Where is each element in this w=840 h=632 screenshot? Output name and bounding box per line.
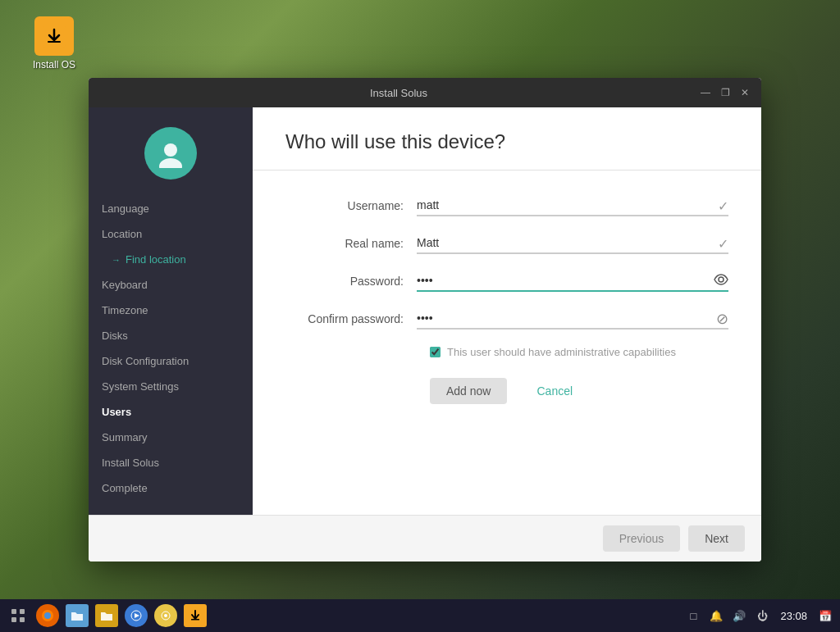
svg-rect-8 [20, 609, 25, 614]
realname-check-icon: ✓ [718, 236, 728, 252]
svg-rect-10 [20, 617, 25, 622]
realname-input[interactable] [417, 233, 728, 254]
username-input[interactable] [417, 195, 728, 216]
taskbar-media-icon[interactable] [125, 604, 148, 627]
add-now-button[interactable]: Add now [430, 378, 507, 404]
sidebar-item-location[interactable]: Location [89, 221, 253, 247]
confirm-clear-icon[interactable]: ⊘ [716, 310, 728, 328]
close-button[interactable]: ✕ [738, 86, 751, 99]
username-check-icon: ✓ [718, 198, 728, 214]
confirm-input[interactable] [417, 308, 728, 330]
sidebar-nav: Language Location → Find location Keyboa… [89, 196, 253, 501]
main-content: Who will use this device? Username: ✓ Re… [253, 107, 761, 515]
password-field [417, 271, 728, 292]
svg-rect-17 [191, 619, 199, 621]
cancel-button[interactable]: Cancel [520, 378, 589, 404]
taskbar-install-icon[interactable] [184, 604, 207, 627]
taskbar-calendar-icon[interactable]: 📅 [817, 607, 833, 624]
svg-point-6 [719, 277, 724, 282]
password-row: Password: [285, 271, 728, 292]
sidebar-bottom: Solus Budgie [89, 501, 253, 515]
taskbar-thunar-icon[interactable] [95, 604, 118, 627]
form-action-buttons: Add now Cancel [430, 378, 728, 404]
sidebar-item-install-solus[interactable]: Install Solus [89, 450, 253, 475]
sidebar-item-summary[interactable]: Summary [89, 425, 253, 450]
sidebar-item-complete[interactable]: Complete [89, 475, 253, 501]
taskbar-volume-icon[interactable]: 🔊 [731, 607, 747, 624]
svg-point-3 [159, 158, 182, 168]
svg-point-16 [164, 614, 167, 617]
realname-field: ✓ [417, 233, 728, 254]
taskbar-files-icon[interactable] [66, 604, 89, 627]
window-title: Install Solus [98, 87, 699, 99]
svg-point-12 [44, 612, 51, 619]
taskbar-power-icon[interactable]: ⏻ [754, 607, 770, 624]
next-button[interactable]: Next [688, 525, 745, 552]
install-os-icon [34, 16, 74, 56]
username-label: Username: [285, 199, 417, 212]
desktop: Install OS Install Solus — ❐ ✕ [0, 0, 840, 632]
confirm-password-row: Confirm password: ⊘ [285, 308, 728, 330]
minimize-button[interactable]: — [699, 86, 712, 99]
titlebar: Install Solus — ❐ ✕ [89, 78, 761, 107]
username-field: ✓ [417, 195, 728, 216]
install-window: Install Solus — ❐ ✕ [89, 78, 761, 562]
realname-row: Real name: ✓ [285, 233, 728, 254]
previous-button[interactable]: Previous [603, 525, 680, 552]
admin-checkbox-label: This user should have administrative cap… [447, 346, 676, 358]
username-row: Username: ✓ [285, 195, 728, 216]
password-input[interactable] [417, 271, 728, 292]
taskbar-grid-icon[interactable] [7, 604, 30, 627]
sidebar-item-disk-configuration[interactable]: Disk Configuration [89, 348, 253, 374]
sidebar-item-keyboard[interactable]: Keyboard [89, 272, 253, 298]
user-avatar-area [89, 107, 253, 196]
confirm-field: ⊘ [417, 308, 728, 330]
taskbar: □ 🔔 🔊 ⏻ 23:08 📅 [0, 599, 840, 632]
page-header: Who will use this device? [253, 107, 761, 171]
svg-rect-7 [11, 609, 16, 614]
taskbar-left [7, 604, 207, 627]
taskbar-display-icon[interactable]: □ [685, 607, 701, 624]
maximize-button[interactable]: ❐ [719, 86, 732, 99]
taskbar-audio-icon[interactable] [154, 604, 177, 627]
svg-rect-1 [48, 41, 61, 43]
page-title: Who will use this device? [285, 130, 728, 153]
sidebar-item-system-settings[interactable]: System Settings [89, 374, 253, 399]
sidebar-item-users[interactable]: Users [89, 399, 253, 425]
taskbar-clock: 23:08 [777, 607, 810, 624]
admin-checkbox-row: This user should have administrative cap… [430, 346, 728, 358]
avatar [144, 127, 197, 180]
sidebar-item-timezone[interactable]: Timezone [89, 298, 253, 323]
password-label: Password: [285, 275, 417, 288]
admin-checkbox[interactable] [430, 347, 441, 357]
sidebar: Language Location → Find location Keyboa… [89, 107, 253, 515]
svg-rect-9 [11, 617, 16, 622]
realname-label: Real name: [285, 237, 417, 250]
svg-point-2 [164, 143, 177, 157]
confirm-label: Confirm password: [285, 312, 417, 325]
password-visibility-icon[interactable] [714, 272, 728, 290]
user-form: Username: ✓ Real name: ✓ [253, 171, 761, 515]
arrow-icon: → [112, 255, 121, 265]
sidebar-item-find-location[interactable]: → Find location [89, 247, 253, 272]
taskbar-firefox-icon[interactable] [36, 604, 59, 627]
window-footer: Previous Next [89, 515, 761, 562]
window-controls: — ❐ ✕ [699, 86, 751, 99]
install-os-desktop-icon[interactable]: Install OS [33, 16, 75, 70]
taskbar-notification-icon[interactable]: 🔔 [708, 607, 724, 624]
sidebar-item-disks[interactable]: Disks [89, 323, 253, 348]
sidebar-item-language[interactable]: Language [89, 196, 253, 221]
install-os-label: Install OS [33, 59, 75, 70]
taskbar-right: □ 🔔 🔊 ⏻ 23:08 📅 [685, 607, 833, 624]
window-body: Language Location → Find location Keyboa… [89, 107, 761, 515]
